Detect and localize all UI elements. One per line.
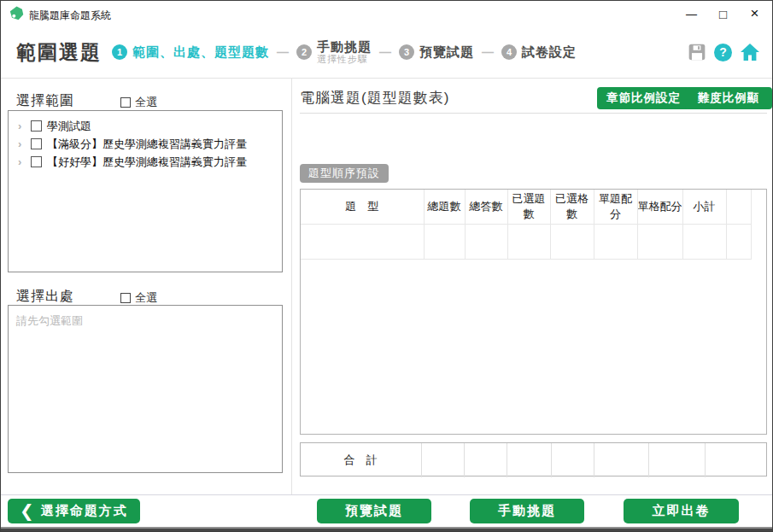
source-section-title: 選擇出處 (16, 288, 74, 306)
table-row (301, 225, 751, 260)
chevron-left-icon: ❮ (20, 502, 36, 519)
generate-paper-button[interactable]: 立即出卷 (624, 499, 739, 523)
header-icons: ? (688, 26, 760, 78)
col-question-type: 題 型 (301, 190, 424, 225)
page-title: 範圍選題 (16, 39, 102, 66)
step-dash: — (482, 45, 494, 59)
col-extra (726, 190, 751, 225)
totals-row: 合 計 (301, 443, 751, 477)
table-cell (550, 225, 594, 260)
range-select-all-checkbox[interactable] (120, 97, 131, 108)
table-cell (705, 443, 751, 477)
close-button[interactable]: × (739, 1, 770, 26)
footer-divider (1, 494, 772, 495)
header-divider (1, 78, 772, 79)
totals-table: 合 計 (301, 443, 751, 477)
question-type-table-container: 題 型 總題數 總答數 已選題數 已選格數 單題配分 單格配分 小計 (300, 189, 767, 435)
source-select-all-checkbox[interactable] (120, 293, 131, 303)
help-icon[interactable]: ? (714, 44, 732, 61)
step-4-paper-settings[interactable]: 4 試卷設定 (501, 44, 577, 61)
chevron-right-icon[interactable]: › (18, 138, 26, 149)
range-select-all[interactable]: 全選 (120, 95, 157, 110)
title-bar: 龍騰題庫命題系統 — □ × (1, 1, 772, 26)
table-cell (507, 225, 550, 260)
table-cell (551, 443, 594, 477)
table-cell (682, 225, 726, 260)
range-tree-item[interactable]: › 【好好學】歷史學測總複習講義實力評量 (9, 153, 282, 171)
table-cell (424, 225, 465, 260)
step-3-preview[interactable]: 3 預覽試題 (399, 44, 474, 61)
range-tree-item[interactable]: › 學測試題 (9, 117, 282, 135)
step-dash: — (277, 45, 289, 59)
question-type-table: 題 型 總題數 總答數 已選題數 已選格數 單題配分 單格配分 小計 (301, 190, 752, 260)
app-window: 龍騰題庫命題系統 — □ × 範圍選題 1 範圍、出處、題型題數 — 2 手動挑… (0, 0, 773, 532)
back-to-method-button[interactable]: ❮ 選擇命題方式 (8, 499, 140, 523)
table-cell (594, 443, 648, 477)
step-1-number: 1 (112, 44, 127, 60)
col-total-questions: 總題數 (424, 190, 465, 225)
table-cell (726, 225, 751, 260)
range-item-label: 【滿級分】歷史學測總複習講義實力評量 (47, 137, 247, 152)
source-list[interactable]: 請先勾選範圍 (8, 305, 283, 473)
source-select-all[interactable]: 全選 (120, 290, 157, 306)
chevron-right-icon[interactable]: › (18, 120, 26, 132)
chapter-ratio-button[interactable]: 章節比例設定 (597, 87, 690, 109)
app-logo-icon (9, 6, 24, 20)
computer-selection-title: 電腦選題(題型題數表) (300, 88, 449, 108)
step-3-label: 預覽試題 (419, 44, 474, 61)
totals-label: 合 計 (301, 443, 421, 477)
table-cell (594, 225, 637, 260)
range-item-label: 【好好學】歷史學測總複習講義實力評量 (47, 155, 247, 170)
table-cell (637, 225, 682, 260)
range-item-checkbox[interactable] (31, 120, 42, 132)
step-3-number: 3 (399, 44, 414, 60)
step-dash: — (379, 45, 391, 59)
window-title: 龍騰題庫命題系統 (29, 9, 111, 23)
page-header: 範圍選題 1 範圍、出處、題型題數 — 2 手動挑題 選擇性步驟 — 3 預覽試… (1, 26, 772, 78)
back-button-label: 選擇命題方式 (41, 503, 128, 519)
table-cell (648, 443, 705, 477)
step-indicator: 1 範圍、出處、題型題數 — 2 手動挑題 選擇性步驟 — 3 預覽試題 — 4… (112, 26, 577, 78)
question-type-order-preset-chip[interactable]: 題型順序預設 (300, 164, 389, 183)
minimize-button[interactable]: — (676, 1, 707, 26)
step-1-range[interactable]: 1 範圍、出處、題型題數 (112, 44, 269, 61)
panel-divider (291, 79, 292, 494)
col-points-per-blank: 單格配分 (637, 190, 682, 225)
col-selected-questions: 已選題數 (507, 190, 550, 225)
range-tree-item[interactable]: › 【滿級分】歷史學測總複習講義實力評量 (9, 135, 282, 153)
col-total-answers: 總答數 (465, 190, 507, 225)
table-cell (421, 443, 464, 477)
step-2-label: 手動挑題 (317, 39, 372, 54)
col-subtotal: 小計 (682, 190, 726, 225)
chevron-right-icon[interactable]: › (18, 156, 26, 167)
right-panel-divider (300, 113, 767, 114)
manual-pick-button[interactable]: 手動挑題 (470, 499, 584, 523)
range-select-all-label: 全選 (135, 95, 157, 110)
table-cell (464, 443, 507, 477)
taskbar-edge (1, 527, 772, 532)
table-cell (465, 225, 507, 260)
table-cell (301, 225, 424, 260)
step-2-sublabel: 選擇性步驟 (317, 54, 372, 65)
preview-questions-button[interactable]: 預覽試題 (317, 499, 431, 523)
step-2-number: 2 (296, 44, 312, 60)
save-icon[interactable] (688, 43, 706, 61)
maximize-button[interactable]: □ (707, 1, 739, 26)
range-item-checkbox[interactable] (31, 138, 42, 149)
step-1-label: 範圍、出處、題型題數 (132, 44, 269, 61)
col-points-per-question: 單題配分 (594, 190, 637, 225)
window-controls: — □ × (676, 1, 770, 26)
step-2-manual-pick[interactable]: 2 手動挑題 選擇性步驟 (296, 39, 372, 65)
col-selected-blanks: 已選格數 (550, 190, 594, 225)
source-select-all-label: 全選 (135, 290, 157, 306)
home-icon[interactable] (740, 43, 760, 61)
difficulty-ratio-button[interactable]: 難度比例顯示 (685, 87, 772, 109)
step-4-label: 試卷設定 (522, 44, 577, 61)
table-cell (507, 443, 551, 477)
range-section-title: 選擇範圍 (16, 92, 74, 110)
range-item-label: 學測試題 (47, 119, 91, 134)
table-header-row: 題 型 總題數 總答數 已選題數 已選格數 單題配分 單格配分 小計 (301, 190, 751, 225)
totals-row-container: 合 計 (300, 442, 767, 476)
range-item-checkbox[interactable] (31, 156, 42, 167)
range-tree[interactable]: › 學測試題 › 【滿級分】歷史學測總複習講義實力評量 › 【好好學】歷史學測總… (8, 110, 283, 272)
